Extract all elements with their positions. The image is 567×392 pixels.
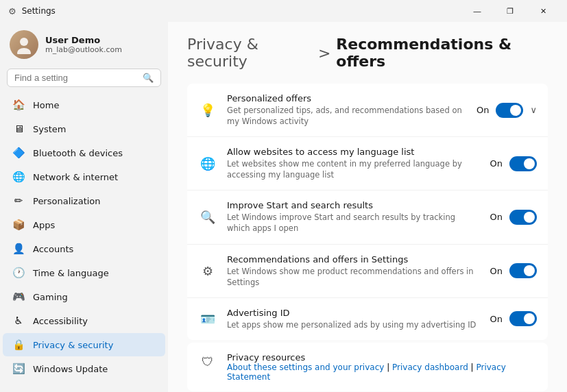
search-box[interactable]: 🔍 bbox=[7, 69, 161, 87]
breadcrumb-parent: Privacy & security bbox=[187, 36, 313, 70]
search-input[interactable] bbox=[14, 73, 137, 83]
network-icon: 🌐 bbox=[12, 171, 25, 183]
title-bar-left: ⚙ Settings bbox=[8, 6, 56, 16]
user-info: User Demo m_lab@outlook.com bbox=[45, 35, 122, 54]
setting-icon-2: 🔍 bbox=[198, 208, 217, 227]
sidebar-item-label-system: System bbox=[33, 124, 66, 134]
privacy-link-separator: | bbox=[468, 363, 476, 372]
privacy-link-separator: | bbox=[384, 363, 392, 372]
sidebar-item-label-accounts: Accounts bbox=[33, 244, 73, 254]
sidebar-item-label-time: Time & language bbox=[33, 268, 109, 278]
setting-toggle-4[interactable] bbox=[509, 311, 537, 326]
setting-row-0: 💡 Personalized offers Get personalized t… bbox=[187, 84, 548, 137]
privacy-resources-content: Privacy resources About these settings a… bbox=[227, 352, 537, 382]
setting-row-4: 🪪 Advertising ID Let apps show me person… bbox=[187, 298, 548, 340]
setting-controls-2: On bbox=[490, 210, 537, 225]
sidebar-item-label-network: Network & internet bbox=[33, 172, 118, 182]
bluetooth-icon: 🔷 bbox=[12, 147, 25, 159]
user-profile[interactable]: User Demo m_lab@outlook.com bbox=[0, 22, 168, 69]
sidebar-item-label-bluetooth: Bluetooth & devices bbox=[33, 148, 123, 158]
setting-title-3: Recommendations and offers in Settings bbox=[227, 254, 481, 265]
avatar bbox=[10, 30, 38, 59]
gaming-icon: 🎮 bbox=[12, 291, 25, 303]
setting-row-2: 🔍 Improve Start and search results Let W… bbox=[187, 191, 548, 244]
settings-icon: ⚙ bbox=[8, 6, 16, 16]
setting-icon-1: 🌐 bbox=[198, 154, 217, 173]
user-name: User Demo bbox=[45, 35, 122, 45]
setting-controls-0: On ∨ bbox=[476, 103, 537, 118]
sidebar-item-gaming[interactable]: 🎮 Gaming bbox=[3, 285, 165, 308]
sidebar-item-accounts[interactable]: 👤 Accounts bbox=[3, 237, 165, 260]
privacy-link-1[interactable]: Privacy dashboard bbox=[392, 363, 468, 372]
breadcrumb-separator: > bbox=[318, 45, 330, 62]
sidebar-item-label-privacy: Privacy & security bbox=[33, 340, 113, 350]
app-body: User Demo m_lab@outlook.com 🔍 🏠 Home 🖥 S… bbox=[0, 22, 567, 392]
setting-toggle-3[interactable] bbox=[509, 263, 537, 278]
sidebar-item-label-home: Home bbox=[33, 100, 59, 110]
sidebar-item-system[interactable]: 🖥 System bbox=[3, 117, 165, 140]
sidebar-item-privacy[interactable]: 🔒 Privacy & security bbox=[3, 333, 165, 356]
sidebar-item-update[interactable]: 🔄 Windows Update bbox=[3, 357, 165, 380]
sidebar-item-label-apps: Apps bbox=[33, 220, 55, 230]
sidebar-item-accessibility[interactable]: ♿ Accessibility bbox=[3, 309, 165, 332]
sidebar-item-label-personalization: Personalization bbox=[33, 196, 101, 206]
home-icon: 🏠 bbox=[12, 99, 25, 111]
sidebar: User Demo m_lab@outlook.com 🔍 🏠 Home 🖥 S… bbox=[0, 22, 168, 392]
setting-desc-2: Let Windows improve Start and search res… bbox=[227, 212, 481, 234]
main-content: Privacy & security > Recommendations & o… bbox=[168, 22, 567, 392]
setting-text-1: Allow websites to access my language lis… bbox=[227, 147, 481, 180]
privacy-icon: 🔒 bbox=[12, 339, 25, 351]
sidebar-item-label-update: Windows Update bbox=[33, 364, 108, 374]
sidebar-item-apps[interactable]: 📦 Apps bbox=[3, 213, 165, 236]
privacy-link-0[interactable]: About these settings and your privacy bbox=[227, 363, 384, 372]
setting-desc-0: Get personalized tips, ads, and recommen… bbox=[227, 105, 467, 127]
sidebar-item-bluetooth[interactable]: 🔷 Bluetooth & devices bbox=[3, 141, 165, 164]
setting-text-0: Personalized offers Get personalized tip… bbox=[227, 93, 467, 127]
minimize-button[interactable]: — bbox=[461, 0, 493, 22]
system-icon: 🖥 bbox=[12, 123, 25, 135]
accessibility-icon: ♿ bbox=[12, 315, 25, 327]
privacy-links: About these settings and your privacy | … bbox=[227, 363, 537, 382]
sidebar-item-network[interactable]: 🌐 Network & internet bbox=[3, 165, 165, 188]
setting-text-4: Advertising ID Let apps show me personal… bbox=[227, 308, 481, 330]
sidebar-item-time[interactable]: 🕐 Time & language bbox=[3, 261, 165, 284]
sidebar-item-label-gaming: Gaming bbox=[33, 292, 68, 302]
close-button[interactable]: ✕ bbox=[527, 0, 559, 22]
search-icon: 🔍 bbox=[143, 73, 154, 83]
setting-row-1: 🌐 Allow websites to access my language l… bbox=[187, 137, 548, 191]
setting-icon-4: 🪪 bbox=[198, 309, 217, 328]
setting-desc-1: Let websites show me content in my prefe… bbox=[227, 158, 481, 180]
title-bar: ⚙ Settings — ❐ ✕ bbox=[0, 0, 567, 22]
setting-state-3: On bbox=[490, 266, 503, 276]
setting-icon-3: ⚙ bbox=[198, 261, 217, 280]
setting-controls-1: On bbox=[490, 156, 537, 171]
setting-state-2: On bbox=[490, 212, 503, 222]
user-email: m_lab@outlook.com bbox=[45, 45, 122, 54]
privacy-resources-card: 🛡 Privacy resources About these settings… bbox=[187, 343, 548, 391]
sidebar-nav: 🏠 Home 🖥 System 🔷 Bluetooth & devices 🌐 … bbox=[0, 93, 168, 381]
title-bar-title: Settings bbox=[22, 6, 56, 16]
sidebar-item-label-accessibility: Accessibility bbox=[33, 316, 88, 326]
setting-title-4: Advertising ID bbox=[227, 308, 481, 318]
setting-toggle-0[interactable] bbox=[496, 103, 523, 118]
apps-icon: 📦 bbox=[12, 219, 25, 231]
setting-desc-4: Let apps show me personalized ads by usi… bbox=[227, 319, 481, 330]
privacy-shield-icon: 🛡 bbox=[198, 352, 217, 371]
breadcrumb: Privacy & security > Recommendations & o… bbox=[187, 36, 548, 70]
setting-controls-4: On bbox=[490, 311, 537, 326]
setting-title-2: Improve Start and search results bbox=[227, 200, 481, 210]
title-bar-controls: — ❐ ✕ bbox=[461, 0, 559, 22]
chevron-down-icon[interactable]: ∨ bbox=[530, 105, 537, 115]
sidebar-item-personalization[interactable]: ✏️ Personalization bbox=[3, 189, 165, 212]
sidebar-item-home[interactable]: 🏠 Home bbox=[3, 93, 165, 117]
maximize-button[interactable]: ❐ bbox=[494, 0, 526, 22]
setting-text-3: Recommendations and offers in Settings L… bbox=[227, 254, 481, 288]
setting-title-0: Personalized offers bbox=[227, 93, 467, 103]
svg-point-1 bbox=[17, 48, 31, 54]
setting-row-3: ⚙ Recommendations and offers in Settings… bbox=[187, 245, 548, 298]
setting-icon-0: 💡 bbox=[198, 101, 217, 120]
setting-toggle-1[interactable] bbox=[509, 156, 537, 171]
setting-toggle-2[interactable] bbox=[509, 210, 537, 225]
privacy-resources-title: Privacy resources bbox=[227, 352, 537, 363]
setting-title-1: Allow websites to access my language lis… bbox=[227, 147, 481, 157]
